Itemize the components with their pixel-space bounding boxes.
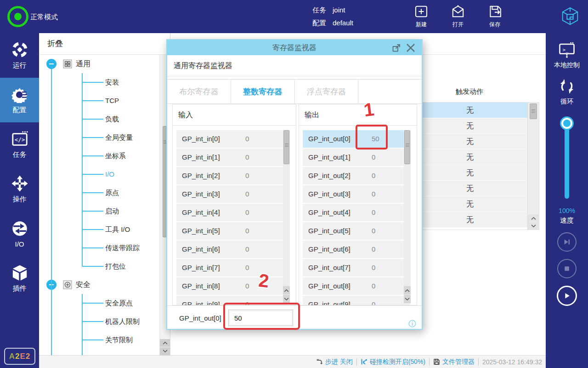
tab-布尔寄存器[interactable]: 布尔寄存器 <box>167 80 231 104</box>
tree-collapse-header[interactable]: 折叠 <box>39 33 170 55</box>
loop-button[interactable]: 循环 <box>558 78 576 106</box>
close-icon[interactable] <box>405 42 416 53</box>
output-registers-scrollbar-thumb[interactable] <box>404 130 410 164</box>
step-forward-button[interactable] <box>557 232 577 252</box>
register-row[interactable]: GP_int_in[1]0 <box>176 149 284 166</box>
trigger-table-scroll-down-button[interactable] <box>528 222 539 230</box>
tree-item-打包位[interactable]: 打包位 <box>39 257 160 276</box>
io-icon <box>11 220 28 237</box>
new-button[interactable]: 新建 <box>407 4 435 29</box>
register-row[interactable]: GP_int_in[4]0 <box>176 204 284 221</box>
register-name: GP_int_in[9] <box>182 296 220 305</box>
local-control-button[interactable]: >_ 本地控制 <box>554 41 580 69</box>
sidebar-item-label: 插件 <box>13 284 27 293</box>
register-row[interactable]: GP_int_out[2]0 <box>303 167 410 184</box>
stop-button[interactable] <box>557 259 577 278</box>
settings-icon <box>11 86 28 103</box>
register-name: GP_int_in[1] <box>182 149 220 166</box>
register-row[interactable]: GP_int_out[4]0 <box>303 204 410 221</box>
register-row-partial[interactable]: GP_int_out[9]0 <box>303 296 410 305</box>
play-button[interactable] <box>557 286 577 306</box>
register-row[interactable]: GP_int_out[7]0 <box>303 259 410 276</box>
register-row[interactable]: GP_int_in[2]0 <box>176 167 284 184</box>
register-row[interactable]: GP_int_out[8]0 <box>303 277 410 295</box>
sidebar-item-config[interactable]: 配置 <box>0 78 39 122</box>
input-registers-scrollbar-thumb[interactable] <box>283 130 289 164</box>
tree-item-工具 I/O[interactable]: 工具 I/O <box>39 220 160 239</box>
tab-整数寄存器[interactable]: 整数寄存器 <box>231 80 295 104</box>
sidebar-item-plugin[interactable]: 插件 <box>0 256 39 301</box>
trigger-action-value: 无 <box>466 134 474 149</box>
output-registers-header: 输出 <box>299 104 417 126</box>
trigger-table-scrollbar[interactable] <box>527 103 539 230</box>
input-registers-scroll-down-button[interactable] <box>283 295 290 303</box>
stop-icon <box>563 265 571 272</box>
skip-icon <box>563 238 571 246</box>
left-sidebar: 运行配置</>任务操作I/O插件 A2E2 <box>0 33 39 368</box>
play-icon <box>563 292 571 300</box>
tree-item-机器人限制[interactable]: 机器人限制 <box>39 312 160 331</box>
timestamp: 2025-03-12 16:49:32 <box>482 358 542 366</box>
register-row[interactable]: GP_int_out[1]0 <box>303 149 410 166</box>
tree-item-传送带跟踪[interactable]: 传送带跟踪 <box>39 239 160 257</box>
tree-item-I/O[interactable]: I/O <box>39 165 160 184</box>
tree-scroll-down-button[interactable] <box>160 347 170 355</box>
status-bar: 步进 关闭 碰撞检测开启(50%) 文件管理器 2025-03-12 16:49… <box>39 355 546 368</box>
tree-node-general[interactable]: 通用 <box>39 55 160 73</box>
sidebar-item-io[interactable]: I/O <box>0 212 39 256</box>
speed-slider-track[interactable] <box>565 121 569 199</box>
output-registers-scroll-down-button[interactable] <box>404 295 411 303</box>
tree-item-关节限制[interactable]: 关节限制 <box>39 331 160 349</box>
trigger-table-scrollbar-thumb[interactable] <box>530 104 537 119</box>
register-row[interactable]: GP_int_in[5]0 <box>176 222 284 240</box>
register-row[interactable]: GP_int_out[5]0 <box>303 222 410 240</box>
speed-slider-thumb[interactable] <box>561 118 572 129</box>
tree-item-启动[interactable]: 启动 <box>39 202 160 220</box>
dialog-titlebar: 寄存器监视器 <box>167 40 422 55</box>
register-row[interactable]: GP_int_in[0]0 <box>176 130 284 148</box>
sidebar-item-task[interactable]: </>任务 <box>0 122 39 167</box>
editor-register-label: GP_int_out[0] <box>179 306 221 330</box>
register-name: GP_int_in[8] <box>182 277 220 295</box>
tree-item-安全原点[interactable]: 安全原点 <box>39 294 160 312</box>
tree-item-label: 坐标系 <box>105 147 126 165</box>
register-row[interactable]: GP_int_out[6]0 <box>303 241 410 258</box>
output-registers-scrollbar[interactable] <box>404 130 411 303</box>
tree-item-负载[interactable]: 负载 <box>39 110 160 128</box>
tree-item-TCP[interactable]: TCP <box>39 92 160 110</box>
tree-node-safety[interactable]: 安全 <box>39 276 160 294</box>
tree-collapse-toggle[interactable] <box>46 59 57 69</box>
tree-item-坐标系[interactable]: 坐标系 <box>39 147 160 165</box>
register-row[interactable]: GP_int_out[3]0 <box>303 185 410 203</box>
collision-status[interactable]: 碰撞检测开启(50%) <box>361 358 425 366</box>
register-value: 0 <box>372 222 375 240</box>
input-registers-scroll-up-button[interactable] <box>283 286 290 294</box>
sidebar-item-run[interactable]: 运行 <box>0 33 39 78</box>
terminal-icon: >_ <box>558 41 576 59</box>
a2e2-badge-button[interactable]: A2E2 <box>4 348 35 365</box>
sidebar-item-operate[interactable]: 操作 <box>0 167 39 212</box>
register-value: 0 <box>372 259 375 276</box>
tree-item-全局变量[interactable]: 全局变量 <box>39 128 160 147</box>
register-row[interactable]: GP_int_in[6]0 <box>176 241 284 258</box>
loop-icon <box>558 78 576 95</box>
input-registers-scrollbar[interactable] <box>283 130 290 303</box>
expand-icon[interactable] <box>391 43 401 53</box>
speed-slider[interactable] <box>561 118 572 199</box>
trigger-table-scroll-up-button[interactable] <box>528 214 539 222</box>
output-registers-scroll-up-button[interactable] <box>404 286 411 294</box>
tree-item-原点[interactable]: 原点 <box>39 184 160 202</box>
step-mode-status[interactable]: 步进 关闭 <box>316 358 353 366</box>
info-icon[interactable] <box>408 320 416 328</box>
register-row[interactable]: GP_int_in[3]0 <box>176 185 284 203</box>
open-button[interactable]: 打开 <box>444 4 472 29</box>
register-name: GP_int_out[1] <box>308 149 351 166</box>
register-value: 0 <box>372 167 375 184</box>
tree-item-安装[interactable]: 安装 <box>39 73 160 92</box>
tab-浮点寄存器[interactable]: 浮点寄存器 <box>295 80 359 104</box>
save-button[interactable]: 保存 <box>481 4 509 29</box>
tree-item-label: 机器人限制 <box>105 312 140 331</box>
tree-scroll-up-button[interactable] <box>160 339 170 347</box>
file-manager-link[interactable]: 文件管理器 <box>433 358 475 366</box>
plugin-icon <box>11 264 28 282</box>
